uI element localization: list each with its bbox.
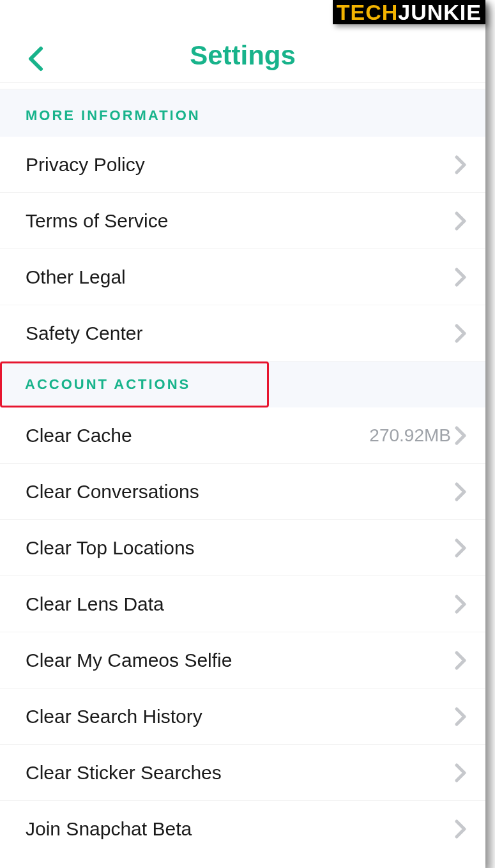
row-join-snapchat-beta[interactable]: Join Snapchat Beta bbox=[0, 801, 485, 857]
row-clear-cameos-selfie[interactable]: Clear My Cameos Selfie bbox=[0, 632, 485, 689]
row-value: 270.92MB bbox=[369, 425, 451, 446]
chevron-right-icon bbox=[453, 211, 468, 231]
row-label: Clear My Cameos Selfie bbox=[26, 650, 232, 671]
techjunkie-watermark: TECHJUNKIE bbox=[333, 0, 485, 24]
settings-screen: TECHJUNKIE Settings MORE INFORMATION Pri… bbox=[0, 0, 485, 868]
chevron-right-icon bbox=[453, 651, 468, 670]
chevron-right-icon bbox=[453, 268, 468, 287]
row-label: Join Snapchat Beta bbox=[26, 818, 192, 840]
row-label: Clear Conversations bbox=[26, 481, 199, 503]
row-label: Privacy Policy bbox=[26, 154, 145, 176]
row-clear-conversations[interactable]: Clear Conversations bbox=[0, 464, 485, 520]
chevron-right-icon bbox=[453, 819, 468, 839]
row-privacy-policy[interactable]: Privacy Policy bbox=[0, 137, 485, 193]
row-label: Clear Top Locations bbox=[26, 537, 195, 559]
chevron-right-icon bbox=[453, 763, 468, 782]
row-label: Terms of Service bbox=[26, 210, 168, 232]
row-label: Other Legal bbox=[26, 266, 126, 288]
chevron-left-icon bbox=[26, 46, 46, 72]
chevron-right-icon bbox=[453, 426, 468, 445]
row-clear-search-history[interactable]: Clear Search History bbox=[0, 689, 485, 745]
chevron-right-icon bbox=[453, 595, 468, 614]
watermark-part-a: TECH bbox=[337, 1, 399, 23]
row-label: Clear Sticker Searches bbox=[26, 762, 222, 784]
chevron-right-icon bbox=[453, 324, 468, 343]
row-terms-of-service[interactable]: Terms of Service bbox=[0, 193, 485, 249]
highlight-annotation: ACCOUNT ACTIONS bbox=[0, 362, 269, 407]
row-clear-sticker-searches[interactable]: Clear Sticker Searches bbox=[0, 745, 485, 801]
divider bbox=[0, 83, 485, 89]
row-other-legal[interactable]: Other Legal bbox=[0, 249, 485, 305]
row-safety-center[interactable]: Safety Center bbox=[0, 305, 485, 362]
row-clear-top-locations[interactable]: Clear Top Locations bbox=[0, 520, 485, 576]
row-label: Clear Search History bbox=[26, 706, 202, 727]
row-clear-lens-data[interactable]: Clear Lens Data bbox=[0, 576, 485, 632]
row-label: Safety Center bbox=[26, 323, 142, 344]
chevron-right-icon bbox=[453, 538, 468, 558]
page-title: Settings bbox=[190, 40, 296, 71]
chevron-right-icon bbox=[453, 482, 468, 501]
back-button[interactable] bbox=[26, 46, 46, 72]
section-header-account-actions: ACCOUNT ACTIONS bbox=[0, 362, 485, 407]
row-label: Clear Cache bbox=[26, 425, 132, 446]
watermark-part-b: JUNKIE bbox=[398, 1, 482, 23]
chevron-right-icon bbox=[453, 707, 468, 726]
row-label: Clear Lens Data bbox=[26, 593, 164, 615]
chevron-right-icon bbox=[453, 155, 468, 174]
section-header-more-information: MORE INFORMATION bbox=[0, 89, 485, 137]
row-clear-cache[interactable]: Clear Cache 270.92MB bbox=[0, 407, 485, 464]
